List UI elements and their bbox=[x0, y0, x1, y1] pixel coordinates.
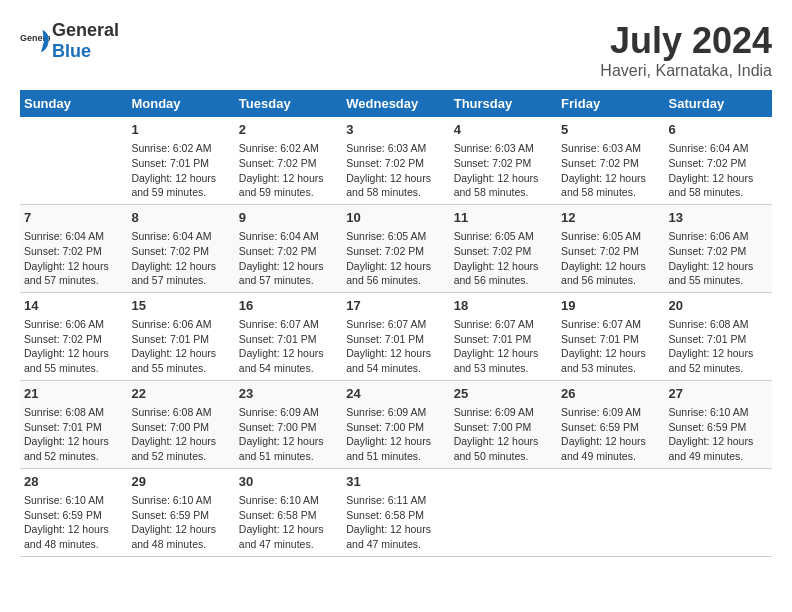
main-title: July 2024 bbox=[600, 20, 772, 62]
calendar-cell: 26Sunrise: 6:09 AMSunset: 6:59 PMDayligh… bbox=[557, 380, 664, 468]
calendar-cell: 24Sunrise: 6:09 AMSunset: 7:00 PMDayligh… bbox=[342, 380, 449, 468]
calendar-cell: 5Sunrise: 6:03 AMSunset: 7:02 PMDaylight… bbox=[557, 117, 664, 204]
calendar-cell: 18Sunrise: 6:07 AMSunset: 7:01 PMDayligh… bbox=[450, 292, 557, 380]
day-info: Sunrise: 6:06 AMSunset: 7:02 PMDaylight:… bbox=[669, 229, 768, 288]
day-info: Sunrise: 6:03 AMSunset: 7:02 PMDaylight:… bbox=[346, 141, 445, 200]
day-info: Sunrise: 6:10 AMSunset: 6:59 PMDaylight:… bbox=[669, 405, 768, 464]
day-info: Sunrise: 6:07 AMSunset: 7:01 PMDaylight:… bbox=[239, 317, 338, 376]
day-info: Sunrise: 6:09 AMSunset: 6:59 PMDaylight:… bbox=[561, 405, 660, 464]
day-number: 27 bbox=[669, 385, 768, 403]
day-number: 29 bbox=[131, 473, 230, 491]
header-tuesday: Tuesday bbox=[235, 90, 342, 117]
header-wednesday: Wednesday bbox=[342, 90, 449, 117]
calendar-cell: 2Sunrise: 6:02 AMSunset: 7:02 PMDaylight… bbox=[235, 117, 342, 204]
day-info: Sunrise: 6:05 AMSunset: 7:02 PMDaylight:… bbox=[561, 229, 660, 288]
day-info: Sunrise: 6:05 AMSunset: 7:02 PMDaylight:… bbox=[346, 229, 445, 288]
calendar-cell: 7Sunrise: 6:04 AMSunset: 7:02 PMDaylight… bbox=[20, 204, 127, 292]
day-info: Sunrise: 6:09 AMSunset: 7:00 PMDaylight:… bbox=[239, 405, 338, 464]
calendar-cell: 13Sunrise: 6:06 AMSunset: 7:02 PMDayligh… bbox=[665, 204, 772, 292]
day-info: Sunrise: 6:11 AMSunset: 6:58 PMDaylight:… bbox=[346, 493, 445, 552]
day-info: Sunrise: 6:10 AMSunset: 6:58 PMDaylight:… bbox=[239, 493, 338, 552]
day-number: 31 bbox=[346, 473, 445, 491]
day-number: 11 bbox=[454, 209, 553, 227]
header-monday: Monday bbox=[127, 90, 234, 117]
day-number: 7 bbox=[24, 209, 123, 227]
calendar-cell: 31Sunrise: 6:11 AMSunset: 6:58 PMDayligh… bbox=[342, 468, 449, 556]
day-info: Sunrise: 6:08 AMSunset: 7:01 PMDaylight:… bbox=[24, 405, 123, 464]
day-info: Sunrise: 6:08 AMSunset: 7:01 PMDaylight:… bbox=[669, 317, 768, 376]
day-number: 18 bbox=[454, 297, 553, 315]
day-info: Sunrise: 6:06 AMSunset: 7:02 PMDaylight:… bbox=[24, 317, 123, 376]
day-number: 9 bbox=[239, 209, 338, 227]
subtitle: Haveri, Karnataka, India bbox=[600, 62, 772, 80]
day-info: Sunrise: 6:04 AMSunset: 7:02 PMDaylight:… bbox=[669, 141, 768, 200]
day-number: 2 bbox=[239, 121, 338, 139]
header-saturday: Saturday bbox=[665, 90, 772, 117]
day-number: 3 bbox=[346, 121, 445, 139]
day-number: 5 bbox=[561, 121, 660, 139]
calendar-cell: 3Sunrise: 6:03 AMSunset: 7:02 PMDaylight… bbox=[342, 117, 449, 204]
header-friday: Friday bbox=[557, 90, 664, 117]
day-number: 15 bbox=[131, 297, 230, 315]
page-header: General General Blue July 2024 Haveri, K… bbox=[20, 20, 772, 80]
day-number: 1 bbox=[131, 121, 230, 139]
calendar-cell bbox=[20, 117, 127, 204]
calendar-week-1: 1Sunrise: 6:02 AMSunset: 7:01 PMDaylight… bbox=[20, 117, 772, 204]
day-info: Sunrise: 6:02 AMSunset: 7:02 PMDaylight:… bbox=[239, 141, 338, 200]
calendar-cell: 16Sunrise: 6:07 AMSunset: 7:01 PMDayligh… bbox=[235, 292, 342, 380]
calendar-cell: 27Sunrise: 6:10 AMSunset: 6:59 PMDayligh… bbox=[665, 380, 772, 468]
day-number: 24 bbox=[346, 385, 445, 403]
calendar-week-2: 7Sunrise: 6:04 AMSunset: 7:02 PMDaylight… bbox=[20, 204, 772, 292]
calendar-cell: 30Sunrise: 6:10 AMSunset: 6:58 PMDayligh… bbox=[235, 468, 342, 556]
day-info: Sunrise: 6:03 AMSunset: 7:02 PMDaylight:… bbox=[561, 141, 660, 200]
day-info: Sunrise: 6:07 AMSunset: 7:01 PMDaylight:… bbox=[454, 317, 553, 376]
day-number: 21 bbox=[24, 385, 123, 403]
calendar-cell: 14Sunrise: 6:06 AMSunset: 7:02 PMDayligh… bbox=[20, 292, 127, 380]
day-number: 20 bbox=[669, 297, 768, 315]
title-area: July 2024 Haveri, Karnataka, India bbox=[600, 20, 772, 80]
calendar-cell bbox=[665, 468, 772, 556]
day-info: Sunrise: 6:04 AMSunset: 7:02 PMDaylight:… bbox=[131, 229, 230, 288]
day-number: 17 bbox=[346, 297, 445, 315]
day-info: Sunrise: 6:07 AMSunset: 7:01 PMDaylight:… bbox=[346, 317, 445, 376]
calendar-cell: 11Sunrise: 6:05 AMSunset: 7:02 PMDayligh… bbox=[450, 204, 557, 292]
calendar-cell: 21Sunrise: 6:08 AMSunset: 7:01 PMDayligh… bbox=[20, 380, 127, 468]
day-number: 22 bbox=[131, 385, 230, 403]
calendar-cell: 22Sunrise: 6:08 AMSunset: 7:00 PMDayligh… bbox=[127, 380, 234, 468]
calendar-cell: 8Sunrise: 6:04 AMSunset: 7:02 PMDaylight… bbox=[127, 204, 234, 292]
header-sunday: Sunday bbox=[20, 90, 127, 117]
calendar-cell: 1Sunrise: 6:02 AMSunset: 7:01 PMDaylight… bbox=[127, 117, 234, 204]
day-info: Sunrise: 6:04 AMSunset: 7:02 PMDaylight:… bbox=[239, 229, 338, 288]
calendar-table: SundayMondayTuesdayWednesdayThursdayFrid… bbox=[20, 90, 772, 557]
calendar-cell: 28Sunrise: 6:10 AMSunset: 6:59 PMDayligh… bbox=[20, 468, 127, 556]
day-info: Sunrise: 6:04 AMSunset: 7:02 PMDaylight:… bbox=[24, 229, 123, 288]
calendar-week-3: 14Sunrise: 6:06 AMSunset: 7:02 PMDayligh… bbox=[20, 292, 772, 380]
day-number: 6 bbox=[669, 121, 768, 139]
day-info: Sunrise: 6:10 AMSunset: 6:59 PMDaylight:… bbox=[131, 493, 230, 552]
calendar-cell bbox=[450, 468, 557, 556]
calendar-cell: 19Sunrise: 6:07 AMSunset: 7:01 PMDayligh… bbox=[557, 292, 664, 380]
calendar-cell: 6Sunrise: 6:04 AMSunset: 7:02 PMDaylight… bbox=[665, 117, 772, 204]
day-info: Sunrise: 6:09 AMSunset: 7:00 PMDaylight:… bbox=[346, 405, 445, 464]
day-number: 8 bbox=[131, 209, 230, 227]
day-info: Sunrise: 6:08 AMSunset: 7:00 PMDaylight:… bbox=[131, 405, 230, 464]
calendar-cell: 9Sunrise: 6:04 AMSunset: 7:02 PMDaylight… bbox=[235, 204, 342, 292]
calendar-cell bbox=[557, 468, 664, 556]
day-number: 23 bbox=[239, 385, 338, 403]
header-thursday: Thursday bbox=[450, 90, 557, 117]
day-number: 30 bbox=[239, 473, 338, 491]
day-number: 12 bbox=[561, 209, 660, 227]
day-info: Sunrise: 6:10 AMSunset: 6:59 PMDaylight:… bbox=[24, 493, 123, 552]
calendar-cell: 4Sunrise: 6:03 AMSunset: 7:02 PMDaylight… bbox=[450, 117, 557, 204]
day-number: 14 bbox=[24, 297, 123, 315]
logo-general-text: General bbox=[52, 20, 119, 40]
calendar-cell: 25Sunrise: 6:09 AMSunset: 7:00 PMDayligh… bbox=[450, 380, 557, 468]
day-number: 4 bbox=[454, 121, 553, 139]
day-number: 25 bbox=[454, 385, 553, 403]
logo: General General Blue bbox=[20, 20, 119, 62]
day-number: 28 bbox=[24, 473, 123, 491]
calendar-cell: 10Sunrise: 6:05 AMSunset: 7:02 PMDayligh… bbox=[342, 204, 449, 292]
day-info: Sunrise: 6:05 AMSunset: 7:02 PMDaylight:… bbox=[454, 229, 553, 288]
calendar-week-4: 21Sunrise: 6:08 AMSunset: 7:01 PMDayligh… bbox=[20, 380, 772, 468]
logo-icon: General bbox=[20, 26, 50, 56]
